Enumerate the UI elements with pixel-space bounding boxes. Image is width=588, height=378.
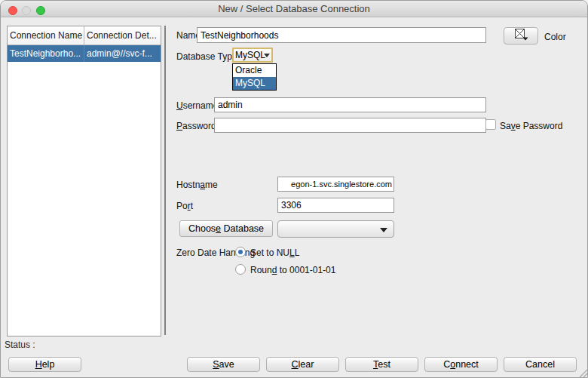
password-input[interactable] [214, 118, 486, 133]
column-header-connection-name[interactable]: Connection Name [8, 26, 84, 45]
database-type-dropdown: Oracle MySQL [232, 63, 277, 91]
cancel-button[interactable]: Cancel [504, 357, 577, 372]
cell-connection-name: TestNeighborho... [8, 45, 84, 62]
status-label: Status : [5, 340, 35, 350]
port-input[interactable] [277, 198, 394, 213]
username-label: Username [176, 100, 218, 111]
connect-button[interactable]: Connect [424, 357, 498, 372]
hostname-input[interactable] [277, 177, 394, 192]
color-button[interactable] [504, 27, 538, 45]
panel-separator [164, 26, 166, 335]
save-password-checkbox[interactable] [485, 119, 496, 130]
title-bar: New / Select Database Connection [1, 1, 587, 17]
cell-connection-details: admin@//svc-f... [84, 45, 161, 62]
password-label: Password [176, 121, 216, 131]
column-header-connection-details[interactable]: Connection Det... [84, 26, 161, 45]
resize-grip[interactable] [577, 367, 587, 377]
username-input[interactable] [214, 97, 486, 112]
dropdown-item-oracle[interactable]: Oracle [233, 64, 276, 77]
name-input[interactable] [197, 27, 486, 43]
no-color-icon [513, 28, 529, 44]
dialog-window: New / Select Database Connection Connect… [0, 0, 588, 378]
radio-set-to-null[interactable] [235, 247, 246, 257]
save-button[interactable]: Save [187, 357, 260, 372]
window-title: New / Select Database Connection [1, 1, 587, 17]
radio-round-date[interactable] [235, 264, 246, 275]
database-select-combo[interactable] [277, 220, 394, 238]
database-type-value: MySQL [235, 50, 265, 60]
chevron-down-icon [264, 54, 270, 57]
connections-table: Connection Name Connection Det... TestNe… [7, 26, 161, 337]
color-label: Color [544, 32, 566, 42]
help-button[interactable]: Help [8, 357, 81, 372]
database-type-label: Database Type [176, 51, 237, 62]
port-label: Port [176, 201, 193, 211]
database-type-combo[interactable]: MySQL [232, 48, 273, 63]
radio-round-date-label: Round to 0001-01-01 [250, 265, 335, 275]
chevron-down-icon [380, 228, 387, 232]
dropdown-item-mysql[interactable]: MySQL [233, 77, 276, 90]
radio-set-to-null-label: Set to NULL [250, 247, 299, 258]
save-password-label: Save Password [500, 121, 562, 131]
hostname-label: Hostname [176, 180, 218, 190]
choose-database-button[interactable]: Choose Database [179, 220, 273, 237]
table-header: Connection Name Connection Det... [8, 26, 161, 45]
clear-button[interactable]: Clear [266, 357, 339, 372]
table-row[interactable]: TestNeighborho... admin@//svc-f... [8, 45, 161, 62]
test-button[interactable]: Test [345, 357, 418, 372]
